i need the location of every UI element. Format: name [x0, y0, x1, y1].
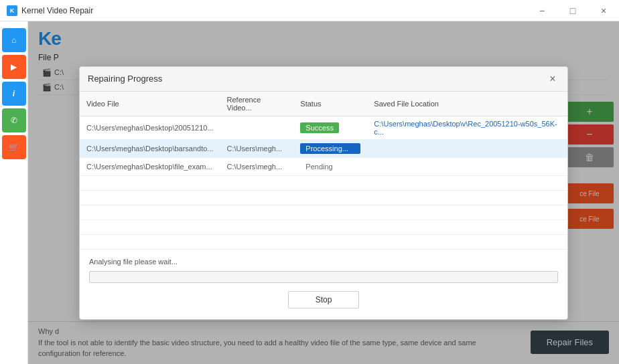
progress-label: Analysing file please wait...: [89, 258, 558, 266]
title-bar: K Kernel Video Repair − □ ×: [0, 0, 619, 21]
table-row: C:\Users\meghas\Desktop\file_exam... C:\…: [80, 157, 567, 175]
sidebar-item-video[interactable]: ▶: [2, 55, 26, 79]
window-controls: − □ ×: [527, 0, 619, 21]
saved-file-link[interactable]: C:\Users\meghas\Desktop\v\Rec_20051210-w…: [374, 120, 557, 136]
main-container: ⌂ ▶ i ✆ 🛒 Ke File P 🎬C:\ 🎬C:\ + − 🗑: [0, 21, 619, 364]
status-badge: Processing...: [300, 143, 360, 154]
saved-location-cell: [367, 157, 567, 175]
progress-bar-container: [89, 271, 558, 283]
sidebar-item-phone[interactable]: ✆: [2, 108, 26, 132]
close-window-button[interactable]: ×: [588, 0, 619, 21]
col-saved-location: Saved File Location: [367, 92, 567, 116]
status-badge: Success: [300, 122, 339, 133]
reference-video-cell: C:\Users\megh...: [220, 157, 294, 175]
stop-button-area: Stop: [89, 291, 558, 314]
col-video-file: Video File: [80, 92, 220, 116]
app-icon: K: [7, 5, 17, 16]
sidebar-item-info[interactable]: i: [2, 82, 26, 106]
reference-video-cell: C:\Users\megh...: [220, 139, 294, 157]
content-area: Ke File P 🎬C:\ 🎬C:\ + − 🗑 ce File ce Fil…: [28, 21, 619, 364]
dialog-title: Repairing Progress: [88, 74, 162, 84]
dialog-close-button[interactable]: ×: [546, 72, 559, 86]
table-row: C:\Users\meghas\Desktop\20051210... Succ…: [80, 116, 567, 139]
status-cell: Processing...: [293, 139, 367, 157]
sidebar-item-cart[interactable]: 🛒: [2, 135, 26, 159]
video-file-cell: C:\Users\meghas\Desktop\20051210...: [80, 116, 220, 139]
sidebar-item-home[interactable]: ⌂: [2, 28, 26, 52]
table-row: [80, 190, 567, 205]
col-status: Status: [293, 92, 367, 116]
video-file-cell: C:\Users\meghas\Desktop\file_exam...: [80, 157, 220, 175]
modal-overlay: Repairing Progress × Video File Referenc…: [28, 21, 619, 364]
app-title: Kernel Video Repair: [21, 6, 93, 15]
saved-location-cell: C:\Users\meghas\Desktop\v\Rec_20051210-w…: [367, 116, 567, 139]
saved-location-cell: [367, 139, 567, 157]
reference-video-cell: [220, 116, 294, 139]
table-row: [80, 175, 567, 190]
maximize-button[interactable]: □: [557, 0, 588, 21]
status-badge: Pending: [300, 161, 338, 172]
status-cell: Pending: [293, 157, 367, 175]
minimize-button[interactable]: −: [527, 0, 557, 21]
status-cell: Success: [293, 116, 367, 139]
progress-area: Analysing file please wait... Stop: [80, 250, 567, 319]
sidebar: ⌂ ▶ i ✆ 🛒: [0, 21, 28, 364]
table-row: [80, 234, 567, 249]
repairing-progress-dialog: Repairing Progress × Video File Referenc…: [79, 66, 568, 320]
col-reference-video: Reference Video...: [220, 92, 294, 116]
stop-button[interactable]: Stop: [288, 291, 360, 308]
table-row: [80, 219, 567, 234]
table-row: [80, 205, 567, 219]
dialog-title-bar: Repairing Progress ×: [80, 67, 567, 92]
progress-table: Video File Reference Video... Status Sav…: [80, 92, 567, 250]
table-row: C:\Users\meghas\Desktop\barsandto... C:\…: [80, 139, 567, 157]
video-file-cell: C:\Users\meghas\Desktop\barsandto...: [80, 139, 220, 157]
table-header-row: Video File Reference Video... Status Sav…: [80, 92, 567, 116]
